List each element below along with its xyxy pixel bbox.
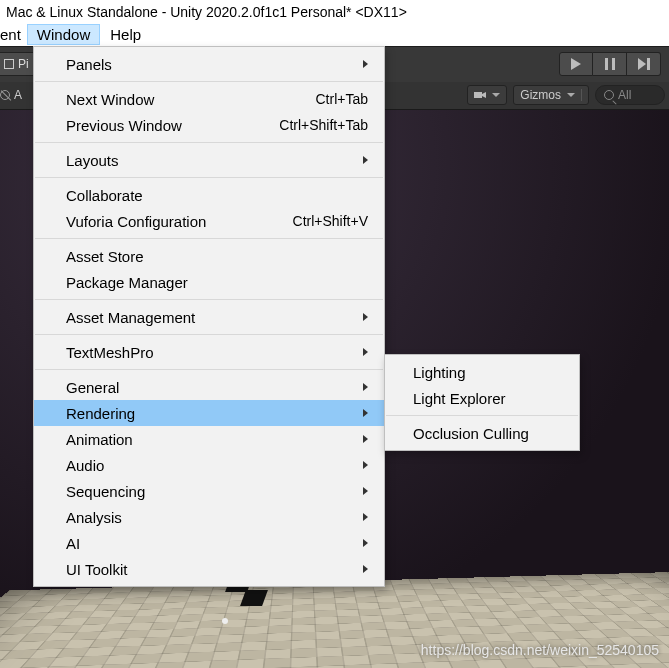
chevron-right-icon — [363, 348, 368, 356]
svg-rect-3 — [474, 92, 482, 98]
window-menu-item-textmeshpro[interactable]: TextMeshPro — [34, 339, 384, 365]
window-menu-item-vuforia-configuration[interactable]: Vuforia ConfigurationCtrl+Shift+V — [34, 208, 384, 234]
window-menu-item-analysis[interactable]: Analysis — [34, 504, 384, 530]
menu-item-truncated[interactable]: ent — [0, 24, 27, 45]
window-menu-item-next-window[interactable]: Next WindowCtrl+Tab — [34, 86, 384, 112]
scene-gizmo-dot — [222, 618, 228, 624]
play-controls — [559, 52, 661, 76]
svg-rect-0 — [605, 58, 608, 70]
menu-item-label: Layouts — [66, 152, 363, 169]
menu-item-label: Lighting — [413, 364, 466, 381]
window-menu-item-panels[interactable]: Panels — [34, 51, 384, 77]
menu-item-label: UI Toolkit — [66, 561, 363, 578]
chevron-right-icon — [363, 461, 368, 469]
rendering-submenu-item-occlusion-culling[interactable]: Occlusion Culling — [385, 420, 579, 446]
play-icon — [571, 58, 581, 70]
camera-dropdown-fragment[interactable] — [467, 85, 507, 105]
menu-item-label: General — [66, 379, 363, 396]
menu-item-label: Asset Store — [66, 248, 368, 265]
menu-item-label: Analysis — [66, 509, 363, 526]
chevron-right-icon — [363, 565, 368, 573]
chevron-right-icon — [363, 156, 368, 164]
menu-item-label: Rendering — [66, 405, 363, 422]
watermark-text: https://blog.csdn.net/weixin_52540105 — [421, 642, 659, 658]
menu-separator — [35, 142, 383, 143]
menu-item-label: Next Window — [66, 91, 315, 108]
rendering-submenu-item-light-explorer[interactable]: Light Explorer — [385, 385, 579, 411]
menu-shortcut: Ctrl+Shift+Tab — [279, 117, 368, 133]
menu-item-label: Asset Management — [66, 309, 363, 326]
pivot-label: Pi — [18, 57, 29, 71]
search-placeholder: All — [618, 88, 631, 102]
menu-item-label: Light Explorer — [413, 390, 506, 407]
camera-icon — [474, 90, 486, 100]
menu-separator — [35, 238, 383, 239]
window-menu-item-ui-toolkit[interactable]: UI Toolkit — [34, 556, 384, 582]
window-menu-item-audio[interactable]: Audio — [34, 452, 384, 478]
menu-separator — [35, 299, 383, 300]
menu-item-help[interactable]: Help — [100, 24, 151, 45]
gizmos-label: Gizmos — [520, 88, 561, 102]
rendering-submenu: LightingLight ExplorerOcclusion Culling — [384, 354, 580, 451]
pivot-icon — [4, 59, 14, 69]
menu-item-label: Package Manager — [66, 274, 368, 291]
menu-item-label: Audio — [66, 457, 363, 474]
window-menu-item-package-manager[interactable]: Package Manager — [34, 269, 384, 295]
window-menu-item-collaborate[interactable]: Collaborate — [34, 182, 384, 208]
chevron-right-icon — [363, 487, 368, 495]
chevron-right-icon — [363, 383, 368, 391]
window-menu-item-layouts[interactable]: Layouts — [34, 147, 384, 173]
window-menu-item-asset-management[interactable]: Asset Management — [34, 304, 384, 330]
window-menu-item-animation[interactable]: Animation — [34, 426, 384, 452]
gizmos-dropdown[interactable]: Gizmos — [513, 85, 589, 105]
scene-toolbar-left-fragment: A — [0, 85, 30, 105]
menu-item-label: Panels — [66, 56, 363, 73]
chevron-right-icon — [363, 513, 368, 521]
play-button[interactable] — [559, 52, 593, 76]
menu-item-label: AI — [66, 535, 363, 552]
svg-rect-1 — [612, 58, 615, 70]
window-menu-item-asset-store[interactable]: Asset Store — [34, 243, 384, 269]
menu-separator — [35, 81, 383, 82]
rendering-submenu-item-lighting[interactable]: Lighting — [385, 359, 579, 385]
menu-item-label: Previous Window — [66, 117, 279, 134]
chevron-right-icon — [363, 435, 368, 443]
svg-rect-2 — [647, 58, 650, 70]
pause-button[interactable] — [593, 52, 627, 76]
window-menu-dropdown: PanelsNext WindowCtrl+TabPrevious Window… — [33, 46, 385, 587]
window-menu-item-previous-window[interactable]: Previous WindowCtrl+Shift+Tab — [34, 112, 384, 138]
menu-item-label: Animation — [66, 431, 363, 448]
chevron-right-icon — [363, 60, 368, 68]
menu-separator — [35, 177, 383, 178]
account-label-fragment[interactable]: A — [14, 88, 22, 102]
chevron-right-icon — [363, 313, 368, 321]
menu-separator — [386, 415, 578, 416]
menu-item-label: Collaborate — [66, 187, 368, 204]
step-button[interactable] — [627, 52, 661, 76]
pause-icon — [605, 58, 615, 70]
menu-bar: ent Window Help — [0, 22, 669, 46]
menu-separator — [35, 369, 383, 370]
menu-item-label: Occlusion Culling — [413, 425, 529, 442]
menu-shortcut: Ctrl+Shift+V — [293, 213, 368, 229]
menu-item-label: TextMeshPro — [66, 344, 363, 361]
step-icon — [638, 58, 650, 70]
window-menu-item-ai[interactable]: AI — [34, 530, 384, 556]
window-menu-item-general[interactable]: General — [34, 374, 384, 400]
window-menu-item-sequencing[interactable]: Sequencing — [34, 478, 384, 504]
scene-search-input[interactable]: All — [595, 85, 665, 105]
menu-separator — [35, 334, 383, 335]
search-icon — [604, 90, 614, 100]
window-title: Mac & Linux Standalone - Unity 2020.2.0f… — [0, 0, 669, 22]
visibility-icon[interactable] — [0, 90, 10, 100]
menu-item-label: Sequencing — [66, 483, 363, 500]
menu-item-window[interactable]: Window — [27, 24, 100, 45]
window-menu-item-rendering[interactable]: Rendering — [34, 400, 384, 426]
chevron-right-icon — [363, 539, 368, 547]
chevron-right-icon — [363, 409, 368, 417]
menu-shortcut: Ctrl+Tab — [315, 91, 368, 107]
chevron-down-icon — [567, 93, 575, 97]
chevron-down-icon — [492, 93, 500, 97]
menu-item-label: Vuforia Configuration — [66, 213, 293, 230]
